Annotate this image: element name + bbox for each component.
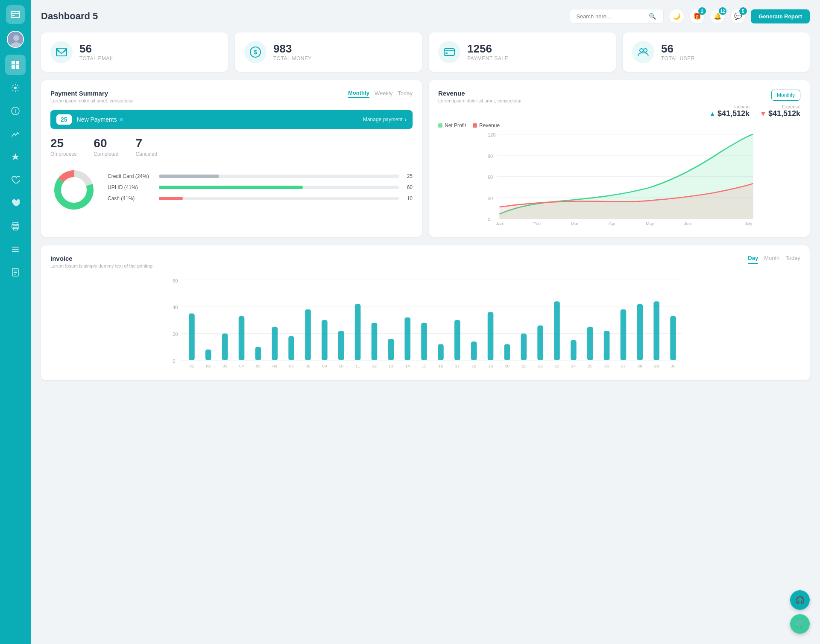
revenue-title-block: Revenue Lorem ipsum dolor sit amet, cons… — [438, 90, 522, 103]
svg-text:16: 16 — [438, 364, 443, 368]
svg-rect-69 — [255, 347, 261, 360]
svg-text:30: 30 — [488, 196, 493, 201]
svg-rect-95 — [471, 341, 477, 360]
tab-today[interactable]: Today — [398, 90, 413, 97]
new-payments-dot — [120, 118, 123, 121]
moon-button[interactable]: 🌙 — [669, 9, 684, 24]
stat-card-user: 56 TOTAL USER — [623, 32, 810, 72]
svg-rect-113 — [621, 309, 627, 360]
svg-text:07: 07 — [289, 364, 294, 368]
svg-text:120: 120 — [488, 132, 495, 137]
svg-rect-81 — [355, 304, 361, 360]
revenue-amounts: Income ▲ $41,512k Expense ▼ $41,512k — [709, 104, 800, 118]
stat-on-process: 25 On process — [50, 137, 76, 157]
stat-cards: 56 TOTAL EMAIL $ 983 TOTAL MONEY — [41, 32, 810, 72]
revenue-dropdown[interactable]: Monthly — [771, 90, 800, 101]
svg-rect-97 — [488, 312, 494, 360]
invoice-header: Invoice Lorem Ipsum is simply dummy text… — [50, 255, 800, 268]
sidebar-item-chart[interactable] — [5, 124, 26, 144]
svg-text:04: 04 — [239, 364, 244, 368]
svg-text:40: 40 — [173, 305, 178, 310]
svg-rect-91 — [438, 344, 444, 360]
svg-rect-29 — [445, 52, 448, 54]
svg-text:$: $ — [254, 49, 257, 55]
invoice-card: Invoice Lorem Ipsum is simply dummy text… — [41, 245, 810, 380]
chat-badge: 5 — [739, 7, 747, 15]
avatar[interactable] — [7, 31, 24, 48]
svg-rect-19 — [14, 271, 17, 271]
manage-payment-link[interactable]: Manage payment — [363, 117, 403, 122]
invoice-title: Invoice — [50, 255, 152, 262]
credit-card-label: Credit Card (24%) — [108, 173, 155, 179]
new-payments-label: New Payments — [77, 116, 363, 123]
stats-row: 25 On process 60 Completed 7 Canceled — [50, 137, 413, 157]
support-fab[interactable]: 🎧 — [790, 590, 810, 610]
tab-monthly[interactable]: Monthly — [348, 90, 369, 98]
gift-button[interactable]: 🎁 2 — [689, 9, 705, 24]
legend-dot-revenue — [473, 123, 477, 128]
svg-text:26: 26 — [604, 364, 609, 368]
svg-rect-105 — [554, 301, 560, 360]
sidebar-logo[interactable] — [6, 5, 25, 24]
bell-badge: 12 — [719, 7, 726, 15]
sidebar-item-printer[interactable] — [5, 216, 26, 236]
cart-fab[interactable]: 🛒 — [790, 614, 810, 634]
payment-breakdown: Credit Card (24%) 25 UPI ID (41%) 60 — [50, 166, 413, 213]
svg-text:11: 11 — [355, 364, 360, 368]
user-icon — [632, 41, 654, 63]
header-actions: 🌙 🎁 2 🔔 12 💬 5 Generate Report — [669, 9, 810, 24]
svg-text:13: 13 — [389, 364, 394, 368]
svg-rect-117 — [653, 301, 659, 360]
search-input[interactable] — [576, 13, 649, 20]
canceled-number: 7 — [135, 137, 157, 150]
tab-weekly[interactable]: Weekly — [375, 90, 392, 97]
upi-progress-bg — [159, 186, 399, 189]
invoice-tab-today[interactable]: Today — [785, 255, 800, 264]
svg-rect-17 — [12, 251, 19, 252]
sidebar-item-settings[interactable] — [5, 78, 26, 98]
completed-number: 60 — [94, 137, 118, 150]
svg-text:90: 90 — [488, 154, 493, 159]
svg-rect-21 — [14, 274, 16, 275]
payment-icon — [438, 41, 460, 63]
sidebar-item-doc[interactable] — [5, 262, 26, 283]
svg-text:20: 20 — [505, 364, 510, 368]
invoice-tab-month[interactable]: Month — [764, 255, 779, 264]
sidebar-item-star[interactable] — [5, 147, 26, 167]
svg-rect-65 — [222, 333, 228, 360]
invoice-tab-day[interactable]: Day — [748, 255, 758, 264]
bell-button[interactable]: 🔔 12 — [710, 9, 725, 24]
stat-card-payment: 1256 PAYMENT SALE — [429, 32, 616, 72]
fab-group: 🎧 🛒 — [790, 590, 810, 634]
sidebar-item-heart2[interactable] — [5, 193, 26, 213]
stat-card-money: $ 983 TOTAL MONEY — [235, 32, 422, 72]
svg-text:Jun: Jun — [684, 221, 691, 226]
svg-point-9 — [14, 87, 17, 89]
legend-revenue: Revenue — [473, 122, 500, 128]
upi-progress-fill — [159, 186, 303, 189]
sidebar-item-info[interactable]: i — [5, 101, 26, 121]
payment-count-badge: 25 — [56, 114, 72, 125]
svg-rect-63 — [205, 350, 211, 360]
svg-text:28: 28 — [638, 364, 643, 368]
svg-rect-77 — [322, 320, 328, 360]
generate-report-button[interactable]: Generate Report — [751, 9, 810, 23]
invoice-subtitle: Lorem Ipsum is simply dummy text of the … — [50, 263, 152, 268]
svg-text:Mar: Mar — [571, 221, 579, 226]
svg-rect-87 — [404, 318, 410, 360]
chat-button[interactable]: 💬 5 — [730, 9, 746, 24]
svg-text:60: 60 — [173, 278, 178, 283]
sidebar-item-heart[interactable] — [5, 170, 26, 190]
invoice-bar-chart: 60 40 20 0 01020304050607080910111213141… — [50, 275, 800, 371]
svg-rect-5 — [12, 61, 15, 64]
svg-text:22: 22 — [538, 364, 543, 368]
income-up-icon: ▲ — [709, 110, 716, 118]
invoice-tabs: Day Month Today — [748, 255, 800, 264]
sidebar-item-dashboard[interactable] — [5, 55, 26, 75]
cash-value: 10 — [403, 195, 413, 201]
revenue-right: Monthly Income ▲ $41,512k Expense — [709, 90, 800, 118]
svg-rect-119 — [670, 316, 676, 360]
sidebar-item-list[interactable] — [5, 239, 26, 259]
income-label: Income — [709, 104, 750, 109]
svg-text:02: 02 — [206, 364, 211, 368]
